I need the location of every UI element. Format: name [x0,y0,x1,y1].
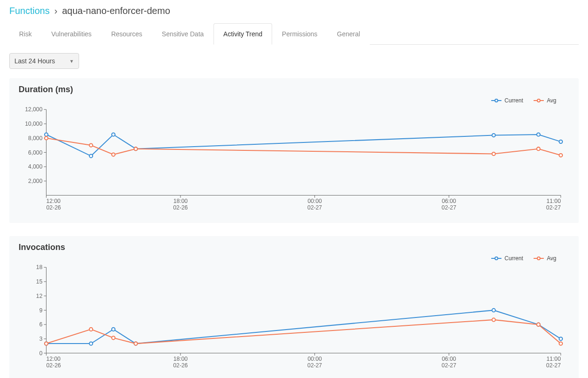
legend-swatch-icon [534,256,544,261]
y-tick-label: 12 [36,292,43,299]
x-tick-date: 02-26 [46,362,61,369]
x-tick-time: 06:00 [442,356,456,362]
data-point [89,342,93,345]
breadcrumb: Functions › aqua-nano-enforcer-demo [9,4,579,23]
legend-label: Avg [547,97,556,104]
tab-perm[interactable]: Permissions [272,23,327,45]
chart-legend: CurrentAvg [18,255,570,262]
controls-row: Last 24 Hours ▼ [9,45,579,78]
data-point [45,342,48,345]
x-tick-date: 02-26 [46,204,61,211]
y-tick-label: 3 [39,336,42,342]
x-tick-time: 12:00 [46,198,60,204]
data-point [112,133,115,136]
x-tick-date: 02-27 [307,362,322,369]
legend-label: Current [505,255,523,262]
tab-label: Permissions [282,30,317,38]
data-point [492,308,495,311]
data-point [45,133,48,136]
tabs-bar: RiskVulnerabilitiesResourcesSensitive Da… [9,23,579,45]
legend-label: Avg [547,255,556,262]
tab-label: General [337,30,360,38]
data-point [559,337,562,340]
x-tick-time: 12:00 [46,356,60,362]
tab-label: Risk [19,30,32,38]
x-tick-date: 02-26 [173,362,188,369]
y-tick-label: 6,000 [28,149,43,156]
y-tick-label: 12,000 [25,106,43,113]
tab-risk[interactable]: Risk [9,23,41,45]
legend-item-current: Current [491,97,523,104]
x-tick-date: 02-26 [173,204,188,211]
data-point [45,136,48,140]
tab-label: Activity Trend [223,30,262,38]
data-point [112,336,115,339]
legend-swatch-icon [534,98,544,103]
y-tick-label: 15 [36,278,43,285]
legend-swatch-icon [491,256,501,261]
y-tick-label: 9 [39,307,42,313]
series-line-current [46,310,561,344]
chart-title: Invocations [19,243,570,252]
x-tick-date: 02-27 [307,204,322,211]
chart-legend: CurrentAvg [18,97,570,104]
x-tick-time: 00:00 [307,356,322,362]
tab-label: Sensitive Data [162,30,204,38]
x-tick-date: 02-27 [441,204,456,211]
chart-plot-duration: 2,0004,0006,0008,00010,00012,00012:0002-… [18,105,570,215]
x-tick-time: 18:00 [174,356,188,362]
x-tick-date: 02-27 [441,362,456,369]
data-point [89,155,93,158]
breadcrumb-current: aqua-nano-enforcer-demo [62,6,170,16]
chart-card-invocations: InvocationsCurrentAvg036912151812:0002-2… [9,236,579,378]
x-tick-time: 11:00 [547,198,561,204]
data-point [492,152,495,155]
time-range-label: Last 24 Hours [14,57,55,65]
legend-swatch-icon [491,98,501,103]
data-point [89,327,93,331]
data-point [134,147,137,150]
chart-title: Duration (ms) [19,85,570,94]
x-tick-time: 00:00 [307,198,322,204]
data-point [537,323,540,326]
data-point [89,143,93,147]
data-point [112,327,115,331]
chevron-right-icon: › [54,6,58,16]
data-point [134,342,137,345]
x-tick-date: 02-27 [546,204,561,211]
data-point [492,134,495,137]
legend-label: Current [505,97,523,104]
y-tick-label: 0 [39,350,42,356]
time-range-select[interactable]: Last 24 Hours ▼ [9,53,79,69]
y-tick-label: 4,000 [28,163,43,170]
tab-label: Resources [111,30,142,38]
y-tick-label: 2,000 [28,178,43,184]
tab-vuln[interactable]: Vulnerabilities [41,23,101,45]
data-point [559,140,562,143]
tab-sens[interactable]: Sensitive Data [152,23,214,45]
y-tick-label: 10,000 [25,121,43,127]
data-point [492,318,495,321]
series-line-avg [46,319,561,343]
legend-item-avg: Avg [534,97,556,104]
y-tick-label: 6 [39,321,42,328]
legend-item-avg: Avg [534,255,556,262]
tab-gen[interactable]: General [327,23,370,45]
data-point [559,154,562,157]
legend-item-current: Current [491,255,523,262]
chart-plot-invocations: 036912151812:0002-2618:0002-2600:0002-27… [18,263,570,372]
chart-card-duration: Duration (ms)CurrentAvg2,0004,0006,0008,… [9,78,579,223]
x-tick-date: 02-27 [546,362,561,369]
chevron-down-icon: ▼ [69,59,74,64]
tab-trend[interactable]: Activity Trend [214,23,272,45]
tab-res[interactable]: Resources [101,23,152,45]
x-tick-time: 11:00 [547,356,561,362]
data-point [537,133,540,136]
series-line-current [46,135,561,156]
data-point [559,342,562,345]
data-point [537,147,540,150]
tab-label: Vulnerabilities [51,30,92,38]
data-point [112,153,115,156]
breadcrumb-root-link[interactable]: Functions [9,6,50,16]
x-tick-time: 06:00 [442,198,456,204]
